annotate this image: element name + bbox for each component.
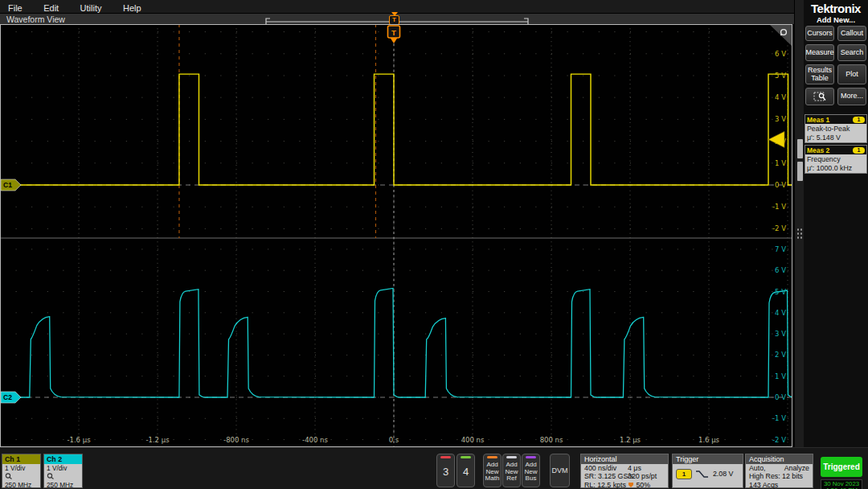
- trigger-position-marker[interactable]: T: [388, 12, 400, 25]
- horizontal-header: Horizontal: [581, 454, 668, 464]
- acquisition-panel[interactable]: Acquisition Auto, Analyze High Res: 12 b…: [745, 454, 813, 488]
- meas2-name: Frequency: [807, 155, 865, 164]
- ref-color-stripe: [506, 456, 517, 458]
- search-button[interactable]: Search: [837, 44, 866, 61]
- svg-text:2 V: 2 V: [775, 351, 786, 359]
- svg-text:T: T: [391, 28, 396, 37]
- zoom-mode-button[interactable]: [805, 88, 834, 105]
- waveform-view-title: Waveform View: [6, 14, 65, 24]
- svg-text:-1 V: -1 V: [772, 203, 786, 211]
- horizontal-position: 50%: [628, 481, 650, 489]
- divider-handle[interactable]: [797, 139, 803, 158]
- add-new-ref-button[interactable]: Add New Ref: [502, 454, 521, 487]
- view-tab-bar: Waveform View T: [0, 13, 794, 24]
- channel1-tag[interactable]: C1: [1, 179, 21, 191]
- menu-bar: File Edit Utility Help: [0, 0, 794, 13]
- sidebar-button-grid: Cursors Callout Measure Search Results T…: [805, 26, 866, 105]
- channel2-tag[interactable]: C2: [1, 392, 21, 403]
- zoom-box-icon: [813, 91, 827, 102]
- acquisition-analyze: Analyze: [784, 464, 809, 472]
- add-new-bus-button[interactable]: Add New Bus: [522, 454, 540, 487]
- trigger-panel[interactable]: Trigger 1 2.08 V: [672, 454, 743, 488]
- horizontal-record-length: RL: 12.5 kpts: [584, 481, 626, 489]
- svg-text:-800 ns: -800 ns: [223, 436, 249, 444]
- acquisition-resolution: High Res: 12 bits: [746, 472, 813, 480]
- horizontal-scale: 400 ns/div: [584, 464, 616, 472]
- svg-text:0 V: 0 V: [775, 393, 786, 401]
- svg-text:400 ns: 400 ns: [461, 436, 485, 444]
- svg-text:-1.6 μs: -1.6 μs: [67, 436, 91, 444]
- panel-divider[interactable]: [794, 0, 804, 447]
- svg-text:-2 V: -2 V: [772, 436, 786, 444]
- waveform-canvas[interactable]: 6 V5 V4 V3 V2 V1 V0 V-1 V-2 V7 V6 V5 V4 …: [0, 24, 792, 447]
- meas1-body: Peak-to-Peak μ': 5.148 V: [805, 124, 866, 142]
- meas2-badge[interactable]: Meas 2 1 Frequency μ': 1000.0 kHz: [805, 145, 867, 174]
- channel1-header: Ch 1: [2, 454, 40, 464]
- measure-button[interactable]: Measure: [805, 44, 834, 61]
- channel4-button[interactable]: 4: [457, 454, 475, 487]
- meas2-value: μ': 1000.0 kHz: [807, 164, 865, 173]
- channel1-probe-row: [2, 472, 40, 481]
- triggered-status-button[interactable]: Triggered: [821, 457, 862, 477]
- trigger-flag[interactable]: T: [388, 26, 400, 43]
- trigger-position-icon: [628, 482, 634, 488]
- add-ref-line3: Ref: [505, 475, 518, 483]
- svg-text:1.2 μs: 1.2 μs: [620, 436, 641, 444]
- svg-text:0 V: 0 V: [775, 181, 786, 189]
- channel4-label: 4: [463, 466, 469, 478]
- svg-text:-400 ns: -400 ns: [302, 436, 328, 444]
- meas1-badge[interactable]: Meas 1 1 Peak-to-Peak μ': 5.148 V: [805, 114, 867, 143]
- plot-button[interactable]: Plot: [837, 64, 866, 84]
- more-button[interactable]: More...: [837, 88, 866, 105]
- meas1-title: Meas 1: [807, 116, 829, 124]
- cursors-button[interactable]: Cursors: [805, 26, 834, 41]
- svg-text:4 V: 4 V: [775, 93, 786, 101]
- acquisition-mode: Auto,: [749, 464, 766, 472]
- meas2-body: Frequency μ': 1000.0 kHz: [805, 154, 866, 173]
- svg-text:C2: C2: [3, 393, 12, 401]
- waveform-plot[interactable]: 6 V5 V4 V3 V2 V1 V0 V-1 V-2 V7 V6 V5 V4 …: [0, 24, 792, 447]
- bus-color-stripe: [526, 456, 536, 458]
- channel1-bandwidth-row: 250 MHz: [2, 481, 40, 489]
- dvm-button[interactable]: DVM: [550, 454, 570, 487]
- results-table-button[interactable]: Results Table: [805, 64, 834, 84]
- meas1-name: Peak-to-Peak: [807, 125, 865, 134]
- horizontal-resolution: 320 ps/pt: [628, 472, 657, 480]
- meas2-source-badge: 1: [853, 147, 865, 154]
- callout-button[interactable]: Callout: [837, 26, 866, 41]
- svg-text:-1 V: -1 V: [772, 414, 786, 422]
- add-new-math-button[interactable]: Add New Math: [483, 454, 502, 487]
- trigger-source-badge: 1: [676, 469, 692, 479]
- acquisition-count: 143 Acqs: [746, 481, 813, 489]
- channel3-button[interactable]: 3: [436, 454, 455, 487]
- svg-text:C1: C1: [3, 181, 12, 189]
- horizontal-sample-rate: SR: 3.125 GS/s: [584, 472, 633, 480]
- divider-grip-dots-icon[interactable]: [796, 228, 803, 239]
- channel2-header: Ch 2: [44, 454, 82, 464]
- channel2-probe-row: [44, 472, 82, 481]
- svg-text:5 V: 5 V: [775, 72, 786, 80]
- horizontal-panel[interactable]: Horizontal 400 ns/div 4 μs SR: 3.125 GS/…: [580, 454, 669, 488]
- meas2-header: Meas 2 1: [805, 146, 866, 154]
- channel2-bandwidth-row: 250 MHz: [44, 481, 82, 489]
- falling-edge-icon: [695, 470, 709, 479]
- svg-text:7 V: 7 V: [775, 245, 786, 253]
- svg-text:1.6 μs: 1.6 μs: [698, 436, 720, 444]
- trigger-header: Trigger: [673, 454, 743, 464]
- horizontal-position-value: 50%: [636, 481, 650, 489]
- svg-text:-1.2 μs: -1.2 μs: [145, 436, 170, 444]
- channel1-scale: 1 V/div: [2, 464, 40, 472]
- channel1-badge[interactable]: Ch 1 1 V/div 250 MHz: [2, 454, 41, 488]
- bottom-bar: Ch 1 1 V/div 250 MHz Ch 2 1 V/div 250 MH…: [0, 447, 868, 489]
- dvm-label: DVM: [552, 466, 568, 475]
- probe-icon: [47, 472, 54, 479]
- meas1-value: μ': 5.148 V: [807, 134, 865, 142]
- svg-text:0 s: 0 s: [389, 436, 399, 444]
- svg-text:800 ns: 800 ns: [540, 436, 563, 444]
- channel2-bandwidth: 250 MHz: [47, 481, 73, 489]
- svg-text:1 V: 1 V: [775, 372, 786, 380]
- divider-handle[interactable]: [797, 162, 803, 181]
- channel2-badge[interactable]: Ch 2 1 V/div 250 MHz: [43, 454, 83, 488]
- svg-text:4 V: 4 V: [775, 309, 786, 317]
- acquisition-header: Acquisition: [746, 454, 813, 464]
